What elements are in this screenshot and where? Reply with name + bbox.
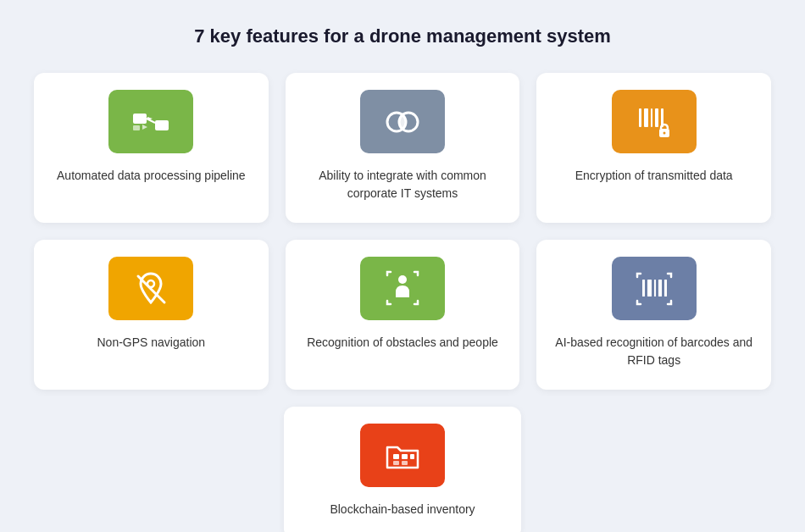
card-label-obstacles: Recognition of obstacles and people bbox=[307, 334, 498, 352]
card-automated-data: Automated data processing pipeline bbox=[34, 73, 269, 223]
svg-line-3 bbox=[147, 119, 155, 123]
svg-rect-4 bbox=[133, 125, 140, 130]
card-corporate-integration: Ability to integrate with common corpora… bbox=[286, 73, 520, 223]
svg-point-14 bbox=[663, 131, 665, 134]
svg-rect-27 bbox=[402, 461, 408, 465]
page-wrapper: 7 key features for a drone management sy… bbox=[0, 0, 805, 532]
features-grid: Automated data processing pipeline Abili… bbox=[34, 73, 771, 390]
svg-rect-25 bbox=[410, 454, 414, 459]
card-obstacles: Recognition of obstacles and people bbox=[286, 240, 520, 390]
icon-box-encryption bbox=[612, 90, 697, 153]
svg-rect-21 bbox=[658, 280, 662, 296]
icon-box-automated-data bbox=[108, 90, 193, 153]
icon-box-non-gps bbox=[108, 257, 193, 320]
encryption-icon bbox=[634, 102, 675, 142]
person-detect-icon bbox=[382, 269, 423, 309]
card-blockchain: Blockchain-based inventory bbox=[284, 407, 521, 532]
card-label-blockchain: Blockchain-based inventory bbox=[330, 501, 475, 518]
blockchain-icon bbox=[382, 435, 423, 476]
svg-rect-19 bbox=[647, 280, 652, 296]
card-label-corporate-integration: Ability to integrate with common corpora… bbox=[303, 167, 503, 202]
svg-point-17 bbox=[398, 275, 407, 284]
svg-marker-5 bbox=[142, 125, 147, 130]
card-non-gps: Non-GPS navigation bbox=[34, 240, 269, 390]
svg-rect-9 bbox=[644, 108, 648, 127]
svg-rect-26 bbox=[393, 461, 399, 465]
card-barcode: AI-based recognition of barcodes and RFI… bbox=[536, 240, 771, 390]
svg-rect-18 bbox=[642, 280, 645, 296]
svg-rect-23 bbox=[393, 454, 399, 459]
svg-rect-20 bbox=[654, 280, 656, 296]
integration-icon bbox=[382, 102, 423, 142]
icon-box-obstacles bbox=[360, 257, 445, 320]
page-title: 7 key features for a drone management sy… bbox=[34, 25, 771, 47]
data-pipeline-icon bbox=[130, 102, 171, 142]
barcode-icon bbox=[634, 269, 675, 309]
icon-box-corporate-integration bbox=[360, 90, 445, 153]
card-label-encryption: Encryption of transmitted data bbox=[575, 167, 733, 185]
svg-rect-10 bbox=[651, 108, 652, 127]
no-gps-icon bbox=[130, 269, 171, 309]
bottom-row: Blockchain-based inventory bbox=[34, 407, 771, 532]
svg-rect-0 bbox=[133, 114, 147, 124]
icon-box-barcode bbox=[612, 257, 697, 320]
svg-rect-1 bbox=[155, 120, 169, 130]
card-encryption: Encryption of transmitted data bbox=[536, 73, 771, 223]
svg-rect-24 bbox=[402, 454, 408, 459]
card-label-barcode: AI-based recognition of barcodes and RFI… bbox=[553, 334, 754, 369]
card-label-automated-data: Automated data processing pipeline bbox=[57, 167, 246, 185]
svg-rect-11 bbox=[655, 108, 658, 127]
svg-rect-22 bbox=[664, 280, 667, 296]
card-label-non-gps: Non-GPS navigation bbox=[97, 334, 206, 352]
svg-rect-8 bbox=[639, 108, 641, 127]
icon-box-blockchain bbox=[360, 424, 445, 487]
